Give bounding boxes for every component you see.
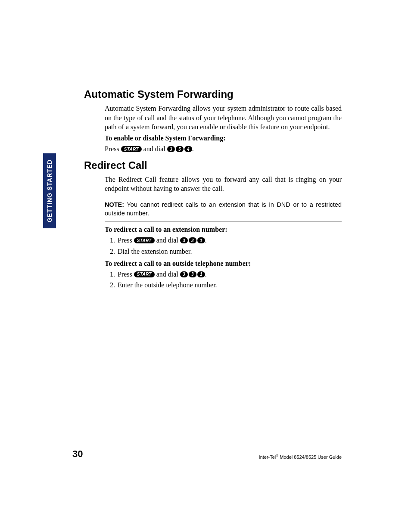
list-item: Press START and dial 331. (117, 269, 342, 280)
key-sequence-354: 354 (167, 145, 192, 152)
text-and-dial: and dial (155, 236, 180, 244)
note-box: NOTE: You cannot redirect calls to an ex… (105, 198, 342, 221)
sidebar-tab: GETTING STARTED (43, 153, 56, 228)
text-period: . (205, 271, 207, 278)
footer: 30 Inter-Tel® Model 8524/8525 User Guide (72, 446, 342, 460)
para-asf: Automatic System Forwarding allows your … (105, 104, 342, 132)
key-3-icon: 3 (189, 271, 196, 277)
lead-redirect-outside: To redirect a call to an outside telepho… (105, 260, 342, 268)
instruction-asf: Press START and dial 354. (105, 144, 342, 154)
text-and-dial: and dial (155, 271, 180, 278)
start-button-icon: START (134, 237, 155, 243)
text-press: Press (118, 236, 134, 244)
note-text: You cannot redirect calls to an extensio… (105, 201, 342, 217)
steps-redirect-outside: Press START and dial 331. Enter the outs… (117, 269, 342, 291)
start-button-icon: START (134, 271, 155, 277)
key-5-icon: 5 (176, 146, 184, 152)
list-item: Press START and dial 331. (117, 235, 342, 246)
page-number: 30 (72, 448, 83, 460)
key-4-icon: 4 (184, 146, 192, 152)
heading-redirect-call: Redirect Call (84, 159, 342, 171)
sidebar-label: GETTING STARTED (46, 159, 53, 222)
footer-brand: Inter-Tel (259, 454, 276, 460)
lead-enable-disable: To enable or disable System Forwarding: (105, 134, 342, 142)
key-1-icon: 1 (197, 237, 205, 243)
text-press: Press (105, 145, 121, 152)
text-press: Press (118, 271, 134, 278)
key-sequence-331: 331 (180, 271, 205, 278)
text-and-dial: and dial (142, 145, 167, 152)
key-3-icon: 3 (180, 271, 188, 277)
key-1-icon: 1 (197, 271, 205, 277)
list-item: Enter the outside telephone number. (117, 280, 342, 291)
footer-text: Inter-Tel® Model 8524/8525 User Guide (259, 454, 342, 460)
heading-automatic-system-forwarding: Automatic System Forwarding (84, 88, 342, 100)
text-period: . (192, 145, 194, 152)
key-sequence-331: 331 (180, 236, 205, 244)
text-period: . (205, 236, 207, 244)
steps-redirect-extension: Press START and dial 331. Dial the exten… (117, 235, 342, 257)
key-3-icon: 3 (189, 237, 196, 243)
list-item: Dial the extension number. (117, 246, 342, 257)
key-3-icon: 3 (180, 237, 188, 243)
lead-redirect-extension: To redirect a call to an extension numbe… (105, 226, 342, 233)
para-redirect: The Redirect Call feature allows you to … (105, 175, 342, 193)
note-label: NOTE: (105, 201, 124, 208)
key-3-icon: 3 (167, 146, 175, 152)
start-button-icon: START (121, 146, 142, 152)
main-content: Automatic System Forwarding Automatic Sy… (84, 88, 342, 291)
footer-tail: Model 8524/8525 User Guide (278, 454, 342, 460)
